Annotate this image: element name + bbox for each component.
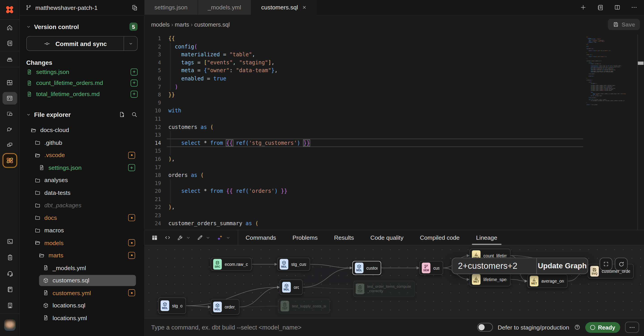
format-icon[interactable] <box>197 234 203 241</box>
fullscreen-icon[interactable] <box>600 258 612 270</box>
changed-file-row[interactable]: settings.json <box>24 66 140 77</box>
sidebar-organization-icon[interactable] <box>0 298 20 314</box>
stage-file-button[interactable] <box>130 90 138 97</box>
changelog-icon[interactable] <box>597 4 604 11</box>
save-button[interactable]: Save <box>608 19 640 30</box>
sidebar-windows-link-icon[interactable] <box>0 137 20 153</box>
lineage-node-order_items[interactable]: MDL order_items <box>211 299 240 315</box>
chevron-down-icon[interactable] <box>226 235 230 240</box>
sidebar-clipboard-icon[interactable] <box>0 250 20 266</box>
commit-and-sync-button[interactable]: Commit and sync <box>26 36 138 51</box>
lineage-node-average_order_value[interactable]: MET average_order_value <box>527 274 568 288</box>
sidebar-code-editor-icon[interactable] <box>0 90 20 106</box>
tab-customers.sql[interactable]: customers.sql <box>251 0 317 15</box>
copy-icon[interactable] <box>132 4 138 11</box>
tree-item-locations.sql[interactable]: locations.sql <box>24 299 140 312</box>
stage-file-button[interactable] <box>130 68 138 75</box>
stage-file-button[interactable] <box>130 79 138 86</box>
new-tab-icon[interactable] <box>580 4 586 10</box>
minimap[interactable]: {{ config( materialized = "table", tags … <box>583 34 637 230</box>
chevron-down-icon[interactable] <box>206 235 210 240</box>
tree-item-docs[interactable]: docs <box>24 212 140 224</box>
tab-problems[interactable]: Problems <box>292 234 318 241</box>
lineage-node-orders[interactable]: MDL orders <box>280 280 303 295</box>
tab-lineage[interactable]: Lineage <box>475 234 498 241</box>
refresh-icon[interactable] <box>615 258 628 270</box>
tab-_models.yml[interactable]: _models.yml <box>198 0 251 15</box>
sidebar-search-insights-icon[interactable] <box>0 121 20 137</box>
chevron-down-icon[interactable] <box>186 235 190 240</box>
commit-options-dropdown[interactable] <box>124 36 137 50</box>
modified-badge[interactable] <box>128 152 135 159</box>
defer-toggle[interactable] <box>477 323 493 332</box>
sidebar-dbt-copilot-icon[interactable] <box>0 153 20 168</box>
lineage-node-test_supply[interactable]: TST test_supply_costs_sum_correctly <box>278 299 330 314</box>
sidebar-book-icon[interactable] <box>0 282 20 298</box>
lineage-node-stg_customers[interactable]: MDL stg_customers <box>277 258 310 271</box>
modified-badge[interactable] <box>128 252 135 259</box>
lineage-node-lifetime_spend_pretax[interactable]: MET lifetime_spend_pretax <box>469 273 510 286</box>
modified-badge[interactable] <box>128 214 135 221</box>
lineage-canvas[interactable]: SRC ecom.raw_customersMDL stg_customersM… <box>145 245 644 318</box>
tree-item-.vscode[interactable]: .vscode <box>24 149 140 162</box>
tab-code-quality[interactable]: Code quality <box>370 234 404 241</box>
results-table-icon[interactable] <box>151 234 158 241</box>
search-icon[interactable] <box>131 111 138 118</box>
changed-file-row[interactable]: count_lifetime_orders.md <box>24 77 140 88</box>
lineage-node-raw_customers[interactable]: SRC ecom.raw_customers <box>211 258 252 271</box>
sidebar-notebook-icon[interactable] <box>0 35 20 51</box>
tree-item-settings.json[interactable]: settings.json <box>24 162 140 174</box>
new-file-icon[interactable] <box>119 111 125 118</box>
tree-item-macros[interactable]: macros <box>24 224 140 237</box>
modified-badge[interactable] <box>128 239 135 246</box>
more-options-button[interactable] <box>625 322 639 333</box>
changed-file-row[interactable]: total_lifetime_orders.md <box>24 89 140 99</box>
tree-item-locations.yml[interactable]: locations.yml <box>24 312 140 324</box>
tab-settings.json[interactable]: settings.json <box>145 0 198 15</box>
tree-item-marts[interactable]: marts <box>24 249 140 262</box>
tree-item-.github[interactable]: .github <box>24 136 140 149</box>
tree-item-data-tests[interactable]: data-tests <box>24 187 140 199</box>
dbt-logo-icon[interactable] <box>0 0 19 20</box>
close-icon[interactable] <box>302 5 307 10</box>
lineage-node-test_order_items[interactable]: TST test_order_items_compute_to_bools _c… <box>353 281 415 297</box>
lineage-selector-input[interactable]: 2+customers+2 <box>452 261 536 271</box>
breadcrumb-item[interactable]: customers.sql <box>194 21 230 28</box>
tab-compiled-code[interactable]: Compiled code <box>419 234 460 241</box>
dbt-assist-icon[interactable] <box>216 234 224 241</box>
tree-item-docs-cloud[interactable]: docs-cloud <box>24 124 140 136</box>
stage-file-button[interactable] <box>128 164 135 171</box>
command-input[interactable]: Type a command, ex. dbt build --select <… <box>151 324 477 331</box>
tree-item-dbt_packages[interactable]: dbt_packages <box>24 199 140 212</box>
sidebar-preview-window-icon[interactable] <box>0 106 20 121</box>
help-icon[interactable] <box>574 324 580 331</box>
lineage-node-customers[interactable]: MDL customers <box>352 261 381 275</box>
tab-results[interactable]: Results <box>333 234 355 241</box>
sidebar-headset-icon[interactable] <box>0 265 20 282</box>
lineage-node-stg_orders[interactable]: MDL stg_orders <box>158 298 186 314</box>
tree-item-_models.yml[interactable]: _models.yml <box>24 262 140 274</box>
branch-name[interactable]: matthewshaver-patch-1 <box>35 4 128 11</box>
file-explorer-header[interactable]: File explorer <box>24 109 140 120</box>
breadcrumb-item[interactable]: models <box>151 21 170 28</box>
code-editor[interactable]: 1{{2 config(3 materialized = "table",4 t… <box>145 34 644 230</box>
modified-badge[interactable] <box>128 289 135 296</box>
split-editor-icon[interactable] <box>614 4 620 10</box>
build-tools-icon[interactable] <box>177 234 184 241</box>
sidebar-inbox-icon[interactable] <box>0 51 20 67</box>
breadcrumb-item[interactable]: marts <box>175 21 189 28</box>
tab-commands[interactable]: Commands <box>245 234 277 241</box>
more-options-icon[interactable] <box>631 4 637 10</box>
tree-item-analyses[interactable]: analyses <box>24 174 140 187</box>
tree-item-models[interactable]: models <box>24 237 140 249</box>
version-control-header[interactable]: Version control 5 <box>24 21 140 32</box>
sidebar-home-icon[interactable] <box>0 20 20 35</box>
editor-scrollbar[interactable] <box>638 34 644 230</box>
sidebar-terminal-icon[interactable] <box>0 234 20 250</box>
user-avatar[interactable] <box>0 314 20 336</box>
sidebar-dashboard-icon[interactable] <box>0 75 20 90</box>
lineage-node-customers_sem[interactable]: SEM customers <box>419 261 443 275</box>
tree-item-customers.sql[interactable]: customers.sql <box>24 274 140 287</box>
tree-item-customers.yml[interactable]: customers.yml <box>24 287 140 299</box>
code-preview-icon[interactable] <box>164 234 171 241</box>
